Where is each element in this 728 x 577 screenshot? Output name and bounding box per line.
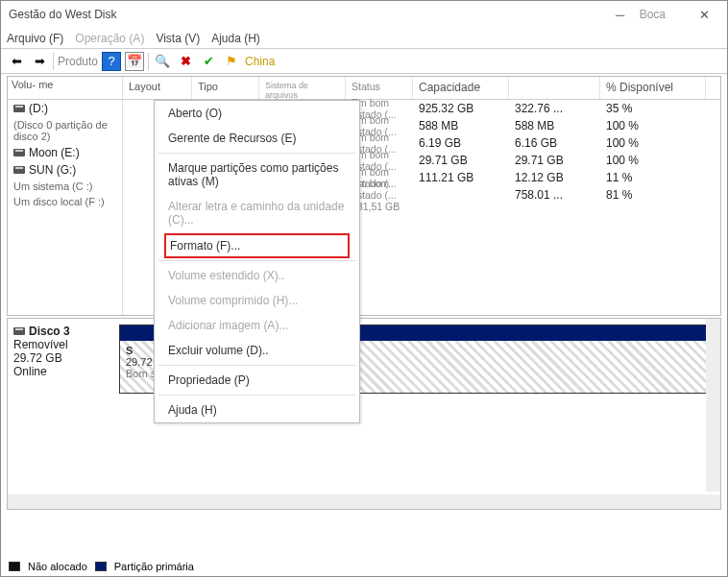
context-menu-item[interactable]: Marque partições como partições ativas (… [155, 156, 359, 194]
partition-name: S [126, 345, 133, 356]
cell-capacity: 111.21 GB [413, 171, 509, 184]
scrollbar-vertical[interactable] [706, 319, 720, 492]
legend-unallocated-label: Não alocado [28, 561, 87, 572]
toolbar: ⬅ ➡ Produto ? 📅 🔍 ✖ ✔ ⚑ China [1, 49, 727, 74]
menu-ajuda[interactable]: Ajuda (H) [211, 32, 260, 45]
search-icon[interactable]: 🔍 [153, 52, 172, 71]
menubar: Arquivo (F) Operação (A) Vista (V) Ajuda… [1, 28, 727, 49]
swatch-unallocated [9, 562, 20, 571]
minimize-button[interactable]: ─ [601, 3, 640, 26]
cell-free: 12.12 GB [509, 171, 600, 184]
menu-arquivo[interactable]: Arquivo (F) [7, 32, 63, 45]
cell-capacity: 925.32 GB [413, 102, 509, 115]
col-pct-header[interactable]: % Disponível [600, 77, 706, 99]
context-menu-item: Volume comprimido (H)... [155, 288, 359, 313]
disk-icon [13, 105, 25, 112]
legend: Não alocado Partição primária [9, 561, 194, 572]
close-button[interactable]: ✕ [685, 3, 723, 26]
disk-state: Online [13, 365, 109, 378]
toolbar-china-label: China [245, 55, 275, 68]
cell-pct: 11 % [600, 171, 706, 184]
list-item[interactable]: Moon (E:) [8, 144, 122, 161]
check-icon[interactable]: ✔ [199, 52, 218, 71]
context-menu-item[interactable]: Formato (F)... [164, 233, 350, 258]
menu-vista[interactable]: Vista (V) [156, 32, 200, 45]
cell-capacity: 29.71 GB [413, 154, 509, 167]
context-menu-item[interactable]: Propriedade (P) [155, 368, 359, 393]
cell-pct: 100 % [600, 119, 706, 132]
window-title: Gestão do West Disk [9, 8, 117, 21]
menu-separator [158, 395, 355, 396]
context-menu: Aberto (O)Gerente de Recursos (E)Marque … [154, 100, 360, 423]
col-fs-header[interactable]: Sistema de arquivos [259, 77, 346, 99]
context-menu-item[interactable]: Ajuda (H) [155, 397, 359, 422]
context-menu-item[interactable]: Excluir volume (D).. [155, 338, 359, 363]
col-volume-header[interactable]: Volu- me [8, 77, 122, 100]
cell-free: 29.71 GB [509, 154, 600, 167]
flag-icon[interactable]: ⚑ [222, 52, 241, 71]
col-capacity-header[interactable]: Capacidade [413, 77, 509, 99]
menu-separator [158, 153, 355, 154]
col-free-header[interactable] [509, 77, 600, 99]
scrollbar-horizontal[interactable] [8, 494, 720, 509]
legend-primary-label: Partição primária [114, 561, 194, 572]
context-menu-item[interactable]: Gerente de Recursos (E) [155, 126, 359, 151]
delete-icon[interactable]: ✖ [176, 52, 195, 71]
disk-graph-view: Disco 3 Removível 29.72 GB Online S 29.7… [7, 318, 721, 510]
menu-separator [158, 365, 355, 366]
toolbar-product-label: Produto [58, 55, 98, 68]
forward-icon[interactable]: ➡ [30, 52, 49, 71]
disk-type: Removível [13, 338, 109, 351]
list-item[interactable]: Um disco local (F :) [8, 194, 122, 209]
cell-pct: 100 % [600, 136, 706, 150]
list-item[interactable]: (D:) [8, 100, 122, 117]
list-item[interactable]: SUN (G:) [8, 161, 122, 179]
col-layout-header[interactable]: Layout [123, 77, 192, 99]
volume-table: Volu- me (D:) (Disco 0 partição de disco… [7, 76, 721, 316]
header-row: Layout Tipo Sistema de arquivos Status C… [123, 77, 720, 100]
context-menu-item: Alterar letra e caminho da unidade (C)..… [155, 194, 359, 232]
context-menu-item: Adicionar imagem (A)... [155, 313, 359, 338]
context-menu-item[interactable]: Aberto (O) [155, 101, 359, 126]
disk-label: Disco 3 Removível 29.72 GB Online [13, 325, 109, 503]
cell-pct: 100 % [600, 154, 706, 167]
cell-free: 588 MB [509, 119, 600, 132]
list-item[interactable]: Um sistema (C :) [8, 179, 122, 194]
cell-free: 322.76 ... [509, 102, 600, 115]
disk-title: Disco 3 [29, 325, 70, 338]
back-icon[interactable]: ⬅ [7, 52, 26, 71]
volume-column: Volu- me (D:) (Disco 0 partição de disco… [8, 77, 123, 315]
disk-icon [13, 327, 25, 335]
calendar-icon[interactable]: 📅 [125, 52, 144, 71]
menu-separator [158, 260, 355, 261]
help-icon[interactable]: ? [102, 52, 121, 71]
cell-capacity: 588 MB [413, 119, 509, 132]
list-item[interactable]: (Disco 0 partição de disco 2) [8, 117, 122, 144]
disk-icon [13, 149, 25, 156]
disk-icon [13, 166, 25, 174]
context-menu-item: Volume estendido (X).. [155, 263, 359, 288]
window-label: Boca [640, 8, 666, 21]
disk-size: 29.72 GB [13, 351, 109, 365]
titlebar: Gestão do West Disk ─ Boca ✕ [1, 1, 727, 28]
cell-pct: 81 % [600, 188, 706, 202]
menu-operacao: Operação (A) [75, 32, 144, 45]
swatch-primary [95, 562, 107, 571]
cell-free: 6.16 GB [509, 136, 600, 150]
cell-capacity: 6.19 GB [413, 136, 509, 150]
cell-pct: 35 % [600, 102, 706, 115]
cell-free: 758.01 ... [509, 188, 600, 202]
col-type-header[interactable]: Tipo [192, 77, 259, 99]
col-status-header[interactable]: Status [346, 77, 413, 99]
